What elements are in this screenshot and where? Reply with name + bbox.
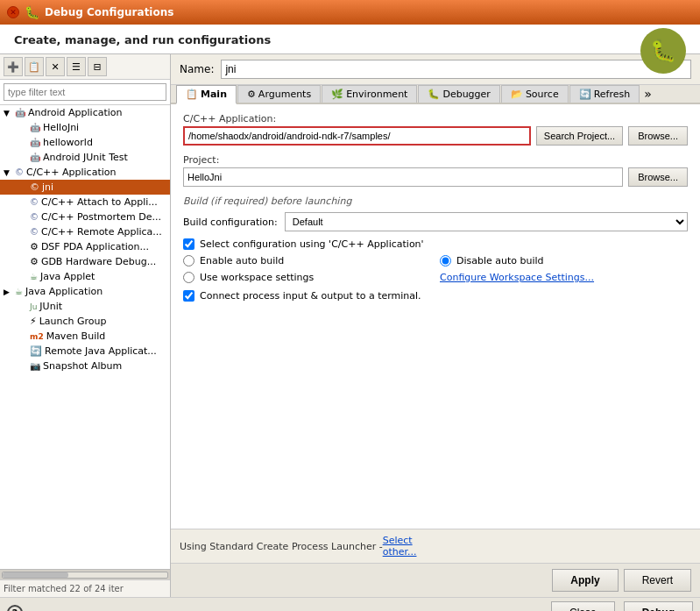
close-window-button[interactable]: ✕ (7, 6, 19, 18)
window-icon: 🐛 (25, 5, 39, 19)
tree-item-maven-build[interactable]: m2 Maven Build (0, 329, 170, 344)
expand-cpp-icon: ▼ (4, 168, 12, 177)
connect-terminal-label[interactable]: Connect process input & output to a term… (200, 290, 421, 302)
configure-workspace-row: Configure Workspace Settings... (440, 272, 688, 283)
tree-label: jni (42, 181, 53, 193)
debugger-tab-label: Debugger (442, 89, 490, 100)
tree-item-gdb-hardware[interactable]: ⚙ GDB Hardware Debug... (0, 254, 170, 269)
tree-label: Java Application (25, 286, 103, 297)
tab-refresh[interactable]: 🔄 Refresh (569, 85, 640, 103)
tree-item-dsf-pda[interactable]: ⚙ DSF PDA Application... (0, 239, 170, 254)
disable-auto-build-radio[interactable] (440, 255, 451, 266)
android-group-icon: 🤖 (15, 108, 25, 117)
dsf-icon: ⚙ (30, 241, 39, 252)
delete-config-button[interactable]: ✕ (46, 57, 65, 76)
helloworld-icon: 🤖 (30, 138, 40, 147)
project-browse-button[interactable]: Browse... (628, 167, 688, 187)
tree-item-android-junit[interactable]: 🤖 Android JUnit Test (0, 150, 170, 165)
expand-java-icon: ▶ (4, 288, 12, 296)
project-input[interactable] (183, 167, 623, 187)
tree-label: C/C++ Attach to Appli... (41, 196, 158, 208)
tab-environment[interactable]: 🌿 Environment (322, 85, 417, 103)
enable-auto-build-radio[interactable] (183, 255, 194, 266)
new-config-button[interactable]: ➕ (4, 57, 23, 76)
tree-item-remote-java[interactable]: 🔄 Remote Java Applicat... (0, 344, 170, 359)
arguments-tab-icon: ⚙ (247, 89, 256, 100)
help-bar: ? Close Debug (0, 597, 700, 611)
apply-button[interactable]: Apply (552, 569, 618, 592)
tree-item-launch-group[interactable]: ⚡ Launch Group (0, 314, 170, 329)
tree-item-cpp-remote[interactable]: © C/C++ Remote Applica... (0, 224, 170, 239)
debug-button[interactable]: Debug (624, 601, 693, 611)
tree-item-helloworld[interactable]: 🤖 helloworld (0, 135, 170, 150)
tree-label: Maven Build (46, 330, 106, 342)
tab-main[interactable]: 📋 Main (176, 85, 237, 104)
tree-item-cpp-application-group[interactable]: ▼ © C/C++ Application (0, 165, 170, 180)
select-other-link[interactable]: Selectother... (383, 535, 417, 558)
tree-item-jni[interactable]: © jni (0, 180, 170, 195)
sidebar-scrollbar[interactable] (0, 569, 170, 579)
tree-label: helloworld (43, 137, 93, 148)
filter-input[interactable] (4, 83, 166, 101)
action-buttons-bar: Apply Revert (171, 563, 700, 597)
build-config-row: Build configuration: Default (183, 212, 688, 231)
search-project-button[interactable]: Search Project... (536, 126, 623, 146)
main-tab-icon: 📋 (186, 89, 198, 100)
tree-item-junit[interactable]: Ju JUnit (0, 299, 170, 314)
arguments-tab-label: Arguments (258, 89, 311, 100)
main-tab-label: Main (201, 89, 227, 100)
disable-auto-build-label[interactable]: Disable auto build (456, 255, 544, 266)
tree-label: HelloJni (43, 122, 79, 133)
tree-label: Android JUnit Test (43, 152, 128, 163)
connect-terminal-checkbox[interactable] (183, 290, 194, 302)
help-button[interactable]: ? (7, 605, 23, 611)
application-browse-button[interactable]: Browse... (628, 126, 688, 146)
duplicate-config-button[interactable]: 📋 (25, 57, 44, 76)
enable-auto-build-row: Enable auto build (183, 255, 431, 266)
tab-debugger[interactable]: 🐛 Debugger (418, 85, 499, 103)
filter-button[interactable]: ☰ (67, 57, 86, 76)
tab-source[interactable]: 📂 Source (501, 85, 569, 103)
build-section: Build (if required) before launching Bui… (183, 195, 688, 302)
enable-auto-build-label[interactable]: Enable auto build (200, 255, 284, 266)
tree-label: Launch Group (39, 316, 107, 327)
use-workspace-radio[interactable] (183, 272, 194, 283)
title-bar: ✕ 🐛 Debug Configurations (0, 0, 700, 25)
tree-item-java-applet[interactable]: ☕ Java Applet (0, 269, 170, 284)
select-config-checkbox[interactable] (183, 238, 194, 250)
java-applet-icon: ☕ (30, 272, 38, 281)
application-input[interactable] (183, 126, 531, 146)
tree-item-cpp-postmortem[interactable]: © C/C++ Postmortem De... (0, 210, 170, 224)
select-config-label[interactable]: Select configuration using 'C/C++ Applic… (200, 238, 424, 250)
tree-item-hellojni[interactable]: 🤖 HelloJni (0, 120, 170, 135)
use-workspace-label[interactable]: Use workspace settings (200, 272, 314, 283)
connect-terminal-row: Connect process input & output to a term… (183, 290, 688, 302)
content-area: ➕ 📋 ✕ ☰ ⊟ ▼ 🤖 Android Application 🤖 Hell… (0, 54, 700, 597)
tab-arguments[interactable]: ⚙ Arguments (237, 85, 321, 103)
hellojni-icon: 🤖 (30, 123, 40, 132)
configure-workspace-link[interactable]: Configure Workspace Settings... (440, 272, 594, 283)
tree-item-java-application-group[interactable]: ▶ ☕ Java Application (0, 284, 170, 299)
environment-tab-icon: 🌿 (331, 89, 343, 100)
collapse-all-button[interactable]: ⊟ (88, 57, 107, 76)
revert-button[interactable]: Revert (624, 569, 691, 592)
build-section-title: Build (if required) before launching (183, 195, 688, 207)
tree-label: JUnit (39, 301, 62, 312)
tree-item-cpp-attach[interactable]: © C/C++ Attach to Appli... (0, 195, 170, 210)
close-button[interactable]: Close (551, 601, 615, 611)
bug-icon: 🐛 (640, 28, 686, 74)
main-header: Create, manage, and run configurations 🐛 (0, 25, 700, 54)
tree-label: Java Applet (40, 271, 95, 282)
name-input[interactable] (221, 60, 691, 79)
cpp-group-icon: © (15, 167, 24, 177)
tab-overflow-button[interactable]: » (640, 85, 655, 103)
right-panel: Name: 📋 Main ⚙ Arguments 🌿 Environment 🐛… (171, 54, 700, 597)
tree-item-snapshot-album[interactable]: 📷 Snapshot Album (0, 359, 170, 373)
tree-item-android-application-group[interactable]: ▼ 🤖 Android Application (0, 105, 170, 120)
tree-label: C/C++ Application (26, 167, 116, 178)
config-tree: ▼ 🤖 Android Application 🤖 HelloJni 🤖 hel… (0, 105, 170, 569)
junit-icon: Ju (30, 302, 37, 311)
page-subtitle: Create, manage, and run configurations (14, 33, 686, 46)
application-section: C/C++ Application: Search Project... Bro… (183, 113, 688, 146)
build-config-select[interactable]: Default (285, 212, 688, 231)
